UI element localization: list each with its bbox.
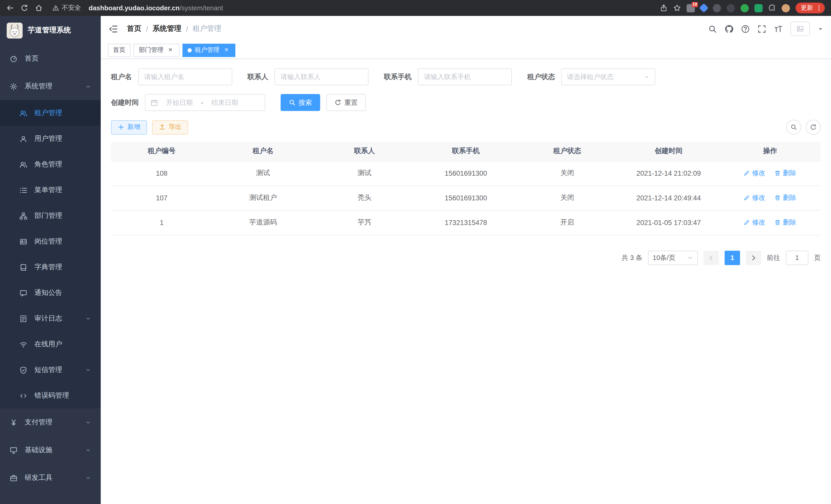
help-icon[interactable]: [741, 24, 750, 33]
home-icon[interactable]: [35, 4, 42, 12]
prev-page-button[interactable]: [704, 250, 719, 265]
sidebar-item-sms-management[interactable]: 短信管理: [0, 357, 101, 383]
field-label: 联系人: [248, 72, 268, 82]
sidebar-item-post-management[interactable]: 岗位管理: [0, 229, 101, 254]
table-row: 107测试租户秃头15601691300关闭2021-12-14 20:49:4…: [111, 185, 821, 210]
add-button[interactable]: 新增: [111, 120, 147, 135]
sidebar-item-online-users[interactable]: 在线用户: [0, 331, 101, 357]
share-icon[interactable]: [660, 4, 667, 12]
post-icon: [20, 238, 27, 245]
cell-phone: 15601691300: [415, 185, 517, 210]
sidebar-item-dev-tools[interactable]: 研发工具: [0, 464, 101, 492]
back-icon[interactable]: [6, 4, 14, 12]
tab-label: 首页: [113, 46, 125, 55]
font-size-icon[interactable]: [774, 24, 783, 33]
extension-icon-1[interactable]: 10: [687, 4, 695, 12]
search-button[interactable]: 搜索: [281, 94, 320, 111]
extension-icon-4[interactable]: [727, 4, 735, 12]
reload-icon[interactable]: [21, 4, 28, 12]
date-range-picker[interactable]: -: [145, 94, 265, 111]
cell-actions: 修改删除: [719, 210, 821, 235]
extension-icon-6[interactable]: [754, 4, 763, 12]
breadcrumb-item[interactable]: 首页: [127, 24, 141, 33]
table-row: 108测试测试15601691300关闭2021-12-14 21:02:09修…: [111, 161, 821, 185]
search-row-2: 创建时间 - 搜索 重置: [111, 94, 821, 111]
page-size-select[interactable]: 10条/页: [648, 250, 698, 265]
field-label: 租户名: [111, 72, 132, 82]
tab-home[interactable]: 首页: [108, 43, 131, 57]
tab-tenant-management[interactable]: 租户管理×: [182, 43, 235, 57]
tree-icon: [20, 212, 27, 219]
page-number-1[interactable]: 1: [725, 250, 740, 265]
sidebar-item-user-management[interactable]: 用户管理: [0, 126, 101, 152]
fullscreen-icon[interactable]: [757, 24, 766, 33]
url-path: /system/tenant: [180, 4, 223, 12]
site-security-chip[interactable]: 不安全: [52, 4, 81, 12]
contact-input[interactable]: [275, 68, 369, 85]
tenant-status-select[interactable]: 请选择租户状态: [561, 68, 655, 85]
tenant-name-input[interactable]: [138, 68, 232, 85]
contact-phone-input[interactable]: [418, 68, 512, 85]
sidebar-item-payment-management[interactable]: 支付管理: [0, 409, 101, 436]
extension-badge: 10: [692, 2, 698, 7]
bookmark-star-icon[interactable]: [673, 4, 681, 12]
edit-link[interactable]: 修改: [744, 169, 766, 178]
puzzle-extensions-icon[interactable]: [768, 4, 776, 12]
tool-icon: [10, 474, 18, 482]
user-avatar[interactable]: [791, 22, 810, 36]
field-contact: 联系人: [248, 68, 369, 85]
sidebar-item-audit-log[interactable]: 审计日志: [0, 306, 101, 331]
delete-link[interactable]: 删除: [775, 193, 796, 202]
start-date-input[interactable]: [160, 99, 199, 106]
export-button[interactable]: 导出: [152, 120, 188, 135]
reset-button[interactable]: 重置: [326, 94, 366, 111]
sidebar-item-infrastructure[interactable]: 基础设施: [0, 436, 101, 464]
close-tab-icon[interactable]: ×: [223, 46, 230, 54]
next-page-button[interactable]: [746, 250, 761, 265]
goto-page-input[interactable]: [786, 250, 808, 265]
trash-icon: [775, 195, 781, 201]
sidebar-item-dict-management[interactable]: 字典管理: [0, 254, 101, 280]
search-icon[interactable]: [708, 24, 717, 33]
profile-avatar[interactable]: [782, 4, 790, 12]
breadcrumb-item[interactable]: 系统管理: [153, 24, 181, 33]
chevron-down-icon: [85, 316, 91, 321]
update-browser-button[interactable]: 更新: [796, 3, 825, 13]
sidebar-item-system-management[interactable]: 系统管理: [0, 72, 101, 100]
refresh-table-button[interactable]: [806, 120, 821, 135]
cell-name: 芋道源码: [212, 210, 314, 235]
sidebar-item-label: 部门管理: [34, 211, 62, 220]
address-bar[interactable]: dashboard.yudao.iocoder.cn/system/tenant: [89, 4, 223, 12]
tab-dept-management[interactable]: 部门管理×: [134, 43, 179, 57]
column-header: 租户状态: [516, 142, 618, 161]
sidebar-item-notice[interactable]: 通知公告: [0, 280, 101, 306]
sidebar-item-home[interactable]: 首页: [0, 45, 101, 72]
github-icon[interactable]: [725, 24, 733, 33]
close-tab-icon[interactable]: ×: [167, 46, 174, 54]
refresh-icon: [335, 99, 341, 106]
delete-link[interactable]: 删除: [775, 218, 796, 227]
kebab-menu-icon[interactable]: [815, 5, 822, 11]
hide-search-button[interactable]: [786, 120, 801, 135]
chevron-left-icon: [708, 255, 714, 261]
end-date-input[interactable]: [205, 99, 245, 106]
sidebar-item-error-code-management[interactable]: 错误码管理: [0, 383, 101, 409]
role-icon: [20, 160, 27, 168]
chevron-right-icon: [750, 255, 756, 261]
delete-link[interactable]: 删除: [775, 169, 796, 178]
sidebar-toggle-icon[interactable]: [109, 24, 118, 34]
sidebar-item-menu-management[interactable]: 菜单管理: [0, 177, 101, 203]
sidebar-item-tenant-management[interactable]: 租户管理: [0, 100, 101, 126]
extension-icon-3[interactable]: [713, 4, 721, 12]
toolbar: 新增 导出: [111, 120, 821, 135]
update-label: 更新: [801, 4, 813, 12]
app-logo[interactable]: 芋道管理系统: [0, 16, 101, 45]
sidebar-item-dept-management[interactable]: 部门管理: [0, 203, 101, 229]
extension-icon-2[interactable]: [699, 3, 709, 13]
sidebar-item-role-management[interactable]: 角色管理: [0, 152, 101, 177]
edit-link[interactable]: 修改: [744, 193, 766, 202]
avatar-dropdown-icon[interactable]: [818, 26, 823, 32]
edit-link[interactable]: 修改: [744, 218, 766, 227]
extension-icon-5[interactable]: [741, 4, 749, 12]
active-tab-dot: [188, 48, 192, 52]
